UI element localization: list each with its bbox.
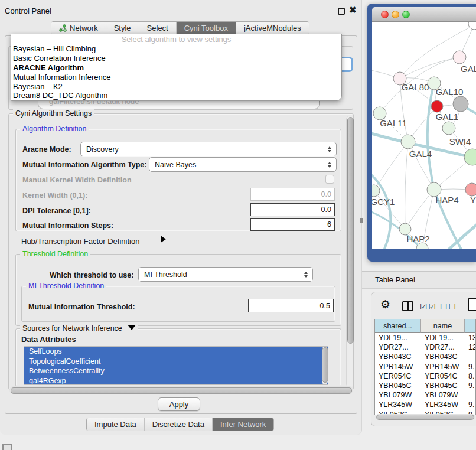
- tab-select[interactable]: Select: [139, 22, 177, 34]
- tab-discretize-data[interactable]: Discretize Data: [145, 418, 213, 431]
- table-row[interactable]: YDL19...YDL19...13: [375, 333, 475, 343]
- deselect-all-checkboxes-icon[interactable]: ☐☐: [440, 302, 457, 311]
- network-node-gal4[interactable]: [401, 135, 415, 149]
- float-panel-icon[interactable]: [338, 8, 345, 15]
- tab-style[interactable]: Style: [106, 22, 139, 34]
- algorithm-option[interactable]: Mutual Information Inference: [11, 73, 341, 82]
- network-node[interactable]: [468, 22, 476, 30]
- attribute-item[interactable]: gal4RGexp: [24, 376, 328, 386]
- control-panel-tab-bar: NetworkStyleSelectCyni ToolboxjActiveMNo…: [51, 21, 309, 35]
- tab-cyni-toolbox[interactable]: Cyni Toolbox: [177, 22, 236, 34]
- table-cell: YBL079W: [421, 390, 465, 400]
- column-header[interactable]: [465, 319, 475, 333]
- mi-threshold-input[interactable]: [248, 299, 334, 312]
- table-cell: YLR345W: [375, 400, 421, 409]
- table-cell: YBR045C: [375, 381, 421, 390]
- minimize-window-icon[interactable]: [392, 11, 399, 18]
- network-node[interactable]: [453, 96, 468, 112]
- table-row[interactable]: YLR345WYLR345W9.: [375, 400, 475, 409]
- tab-label: Impute Data: [94, 420, 136, 429]
- manual-kernel-checkbox[interactable]: [325, 175, 334, 184]
- table-horizontal-scrollbar[interactable]: [376, 414, 475, 420]
- attribute-item[interactable]: TopologicalCoefficient: [24, 357, 328, 367]
- floating-grip[interactable]: [2, 444, 12, 450]
- table-settings-gear-icon[interactable]: ⚙: [380, 299, 390, 311]
- aracne-mode-combo[interactable]: Discovery: [80, 142, 337, 156]
- kernel-width-input[interactable]: [250, 188, 335, 201]
- network-edge[interactable]: [405, 142, 408, 229]
- mi-threshold-label: Mutual Information Threshold:: [28, 303, 135, 311]
- combo-value: MI Threshold: [144, 270, 187, 279]
- scrollbar-thumb[interactable]: [376, 415, 474, 420]
- apply-button[interactable]: Apply: [158, 397, 200, 411]
- manual-kernel-width-label: Manual Kernel Width Definition: [22, 176, 132, 184]
- collapse-arrow-icon[interactable]: [128, 325, 136, 330]
- algorithm-option-list: Bayesian – Hill ClimbingBasic Correlatio…: [11, 44, 341, 100]
- column-header[interactable]: shared...: [375, 319, 421, 333]
- scrollbar-thumb[interactable]: [11, 387, 352, 394]
- algorithm-option[interactable]: Bayesian – K2: [11, 82, 341, 92]
- hub-definition-expander-label[interactable]: Hub/Transcription Factor Definition: [21, 237, 139, 246]
- kernel-width-label: Kernel Width (0,1):: [22, 191, 87, 200]
- settings-horizontal-scrollbar[interactable]: [9, 386, 353, 394]
- network-canvas[interactable]: GALGAL80GAL10GAL1GAL11GAL4SWI4HAP4YGCY1H…: [372, 22, 476, 249]
- attribute-item[interactable]: BetweennessCentrality: [24, 366, 328, 376]
- zoom-window-icon[interactable]: [402, 11, 410, 18]
- column-header[interactable]: name: [421, 319, 465, 333]
- mi-steps-input[interactable]: [250, 218, 335, 231]
- combo-value: Discovery: [86, 145, 119, 154]
- algorithm-option[interactable]: Bayesian – Hill Climbing: [11, 44, 341, 54]
- tab-label: Network: [70, 24, 98, 32]
- export-table-icon[interactable]: [468, 298, 476, 311]
- settings-vertical-scrollbar[interactable]: [346, 116, 353, 387]
- dpi-tolerance-input[interactable]: [250, 203, 335, 216]
- algorithm-option[interactable]: Basic Correlation Inference: [11, 54, 341, 63]
- network-edge[interactable]: [372, 171, 390, 249]
- tab-impute-data[interactable]: Impute Data: [87, 418, 145, 431]
- table-row[interactable]: YBR045CYBR045C9.: [375, 381, 475, 390]
- table-cell: YBR043C: [375, 352, 421, 361]
- dpi-tolerance-label: DPI Tolerance [0,1]:: [22, 207, 91, 215]
- combo-value: Naive Bayes: [155, 161, 196, 169]
- splitter-handle[interactable]: [360, 218, 363, 223]
- table-panel-title: Table Panel: [375, 275, 415, 284]
- table-row[interactable]: YBR043CYBR043C: [375, 352, 475, 361]
- node-label: GAL11: [380, 118, 407, 128]
- table-cell: [465, 390, 475, 400]
- column-layout-icon[interactable]: [402, 301, 413, 311]
- which-threshold-combo[interactable]: MI Threshold: [138, 267, 313, 282]
- attribute-item[interactable]: SelfLoops: [24, 347, 328, 357]
- close-panel-icon[interactable]: ✖: [349, 5, 357, 15]
- stepper-icon: [328, 162, 331, 168]
- network-node-y[interactable]: [465, 183, 476, 196]
- table-row[interactable]: YER054CYER054C8.: [375, 371, 475, 381]
- tab-network[interactable]: Network: [51, 22, 106, 34]
- attributes-vertical-scrollbar[interactable]: [322, 347, 328, 384]
- close-window-icon[interactable]: [381, 11, 389, 18]
- scrollbar-thumb[interactable]: [347, 117, 354, 344]
- table-row[interactable]: YBL079WYBL079W: [375, 390, 475, 400]
- threshold-definition-title: Threshold Definition: [20, 250, 90, 258]
- scrollbar-thumb[interactable]: [322, 347, 328, 383]
- algorithm-option[interactable]: ARACNE Algorithm: [11, 63, 341, 73]
- table-row[interactable]: YDR27...YDR27...12: [375, 343, 475, 352]
- mi-threshold-definition-title: MI Threshold Definition: [26, 282, 106, 290]
- network-node-gal[interactable]: [453, 51, 466, 64]
- table-row[interactable]: YPR145WYPR145W9.: [375, 362, 475, 371]
- table-cell: YER054C: [375, 371, 421, 381]
- tab-jactivemnodules[interactable]: jActiveMNodules: [236, 22, 309, 34]
- select-all-checkboxes-icon[interactable]: ☑☑: [420, 302, 437, 311]
- sources-group-title[interactable]: Sources for Network Inference: [20, 324, 138, 332]
- algorithm-option[interactable]: Dream8 DC_TDC Algorithm: [11, 91, 341, 100]
- network-node[interactable]: [442, 122, 455, 135]
- node-label: GAL10: [436, 87, 464, 97]
- network-node-gal1[interactable]: [431, 100, 443, 112]
- expand-arrow-icon[interactable]: [161, 236, 166, 243]
- table-cell: YER054C: [421, 371, 465, 381]
- network-edge[interactable]: [448, 223, 476, 249]
- network-node-gcy1[interactable]: [372, 185, 380, 197]
- node-label: Y: [470, 195, 476, 205]
- mi-algorithm-type-combo[interactable]: Naive Bayes: [149, 157, 337, 172]
- tab-infer-network[interactable]: Infer Network: [213, 418, 273, 431]
- network-node-hap2[interactable]: [399, 223, 411, 235]
